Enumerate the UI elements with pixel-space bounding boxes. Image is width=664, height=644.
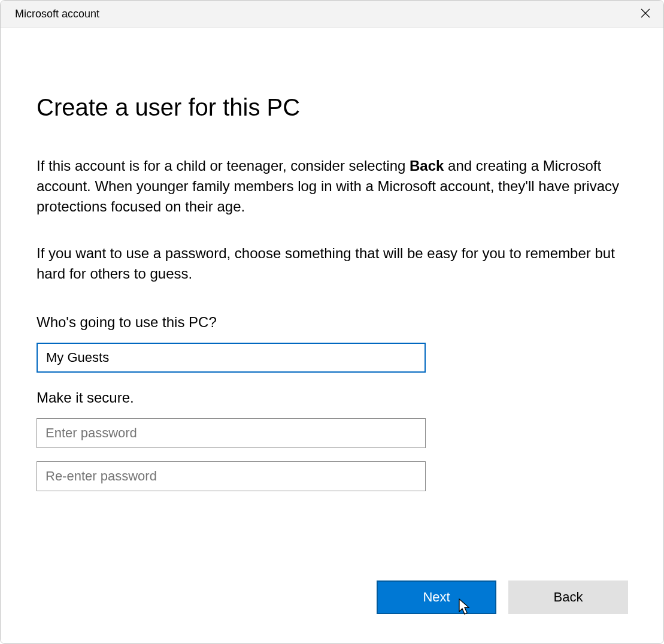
desc1-bold: Back — [410, 158, 444, 174]
titlebar: Microsoft account — [1, 1, 663, 28]
page-heading: Create a user for this PC — [37, 94, 627, 121]
description-paragraph-2: If you want to use a password, choose so… — [37, 243, 623, 284]
next-button[interactable]: Next — [377, 580, 496, 614]
content-area: Create a user for this PC If this accoun… — [1, 28, 663, 643]
username-label: Who's going to use this PC? — [37, 314, 627, 331]
password-input[interactable] — [37, 418, 426, 448]
username-input[interactable] — [37, 343, 426, 373]
close-button[interactable] — [627, 1, 663, 28]
password-confirm-input[interactable] — [37, 461, 426, 491]
desc1-pre: If this account is for a child or teenag… — [37, 158, 410, 174]
button-row: Next Back — [377, 580, 628, 614]
close-icon — [641, 8, 650, 20]
window-title: Microsoft account — [15, 8, 99, 20]
description-paragraph-1: If this account is for a child or teenag… — [37, 156, 623, 217]
back-button[interactable]: Back — [508, 580, 628, 614]
dialog-window: Microsoft account Create a user for this… — [0, 0, 664, 644]
password-section-label: Make it secure. — [37, 389, 627, 406]
